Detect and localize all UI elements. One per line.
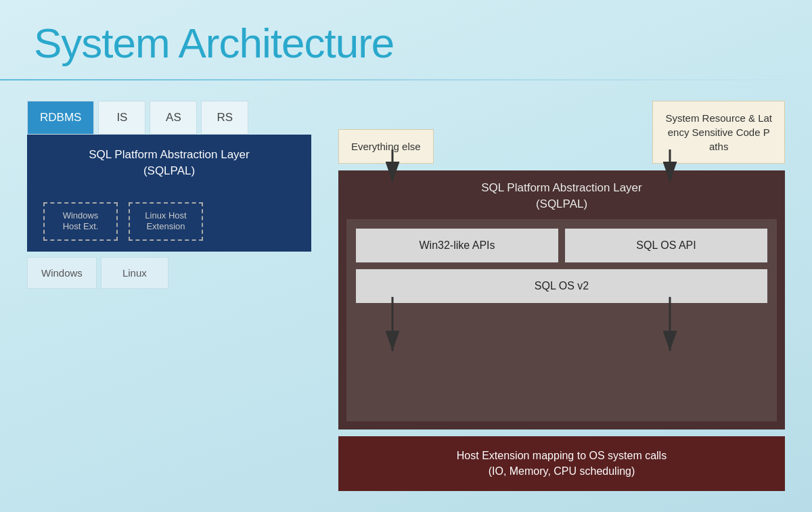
system-resource-callout: System Resource & Latency Sensitive Code… bbox=[652, 101, 785, 164]
rs-box: RS bbox=[201, 101, 248, 135]
component-boxes: RDBMS IS AS RS bbox=[27, 101, 311, 135]
os-row: Windows Linux bbox=[27, 257, 311, 289]
windows-box: Windows bbox=[27, 257, 97, 289]
left-panel: RDBMS IS AS RS SQL Platform Abstraction … bbox=[27, 101, 311, 491]
sqlos-v2-box: SQL OS v2 bbox=[356, 269, 767, 303]
linux-box: Linux bbox=[101, 257, 168, 289]
sql-os-api-box: SQL OS API bbox=[565, 229, 767, 262]
windows-host-ext: WindowsHost Ext. bbox=[43, 202, 118, 241]
sqlpal-right: SQL Platform Abstraction Layer(SQLPAL) W… bbox=[338, 170, 785, 429]
host-ext-bar: Host Extension mapping to OS system call… bbox=[338, 436, 785, 491]
rdbms-box: RDBMS bbox=[27, 101, 94, 135]
page-title: System Architecture bbox=[0, 0, 812, 79]
as-box: AS bbox=[150, 101, 197, 135]
sqlpal-right-header: SQL Platform Abstraction Layer(SQLPAL) bbox=[338, 170, 785, 219]
sqlpal-left: SQL Platform Abstraction Layer(SQLPAL) bbox=[27, 135, 311, 191]
right-panel-wrapper: Everything else System Resource & Latenc… bbox=[338, 101, 785, 491]
api-row: Win32-like APIs SQL OS API bbox=[356, 229, 767, 262]
is-box: IS bbox=[98, 101, 145, 135]
win32-api-box: Win32-like APIs bbox=[356, 229, 558, 262]
sqlpal-inner: Win32-like APIs SQL OS API SQL OS v2 bbox=[346, 219, 777, 422]
host-ext-row: WindowsHost Ext. Linux HostExtension bbox=[27, 191, 311, 252]
callout-section: Everything else System Resource & Latenc… bbox=[338, 101, 785, 164]
everything-else-callout: Everything else bbox=[338, 129, 434, 164]
linux-host-ext: Linux HostExtension bbox=[129, 202, 203, 241]
